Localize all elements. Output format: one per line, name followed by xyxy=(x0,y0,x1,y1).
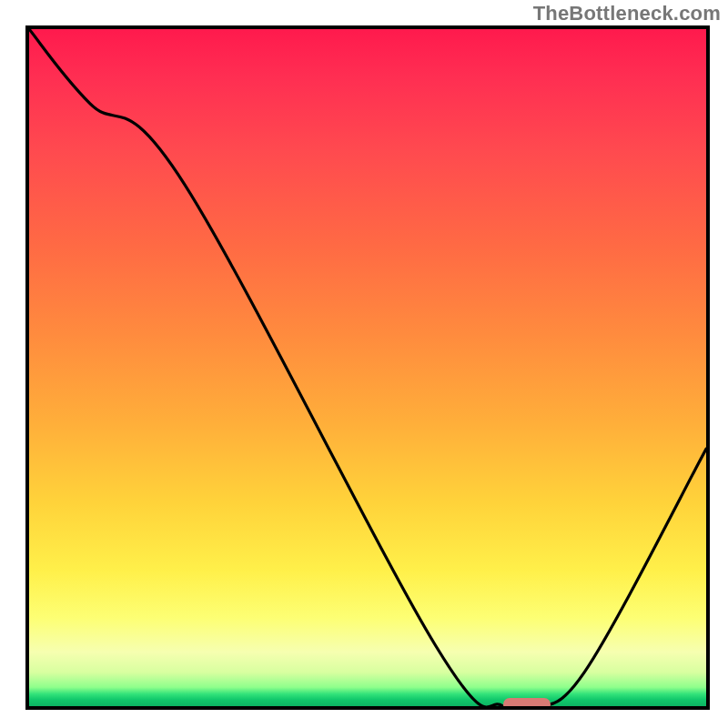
watermark-text: TheBottleneck.com xyxy=(533,2,721,25)
chart-container: TheBottleneck.com xyxy=(0,0,728,728)
bottleneck-curve xyxy=(29,29,706,706)
plot-area xyxy=(25,25,710,710)
optimal-range-marker xyxy=(503,698,551,710)
